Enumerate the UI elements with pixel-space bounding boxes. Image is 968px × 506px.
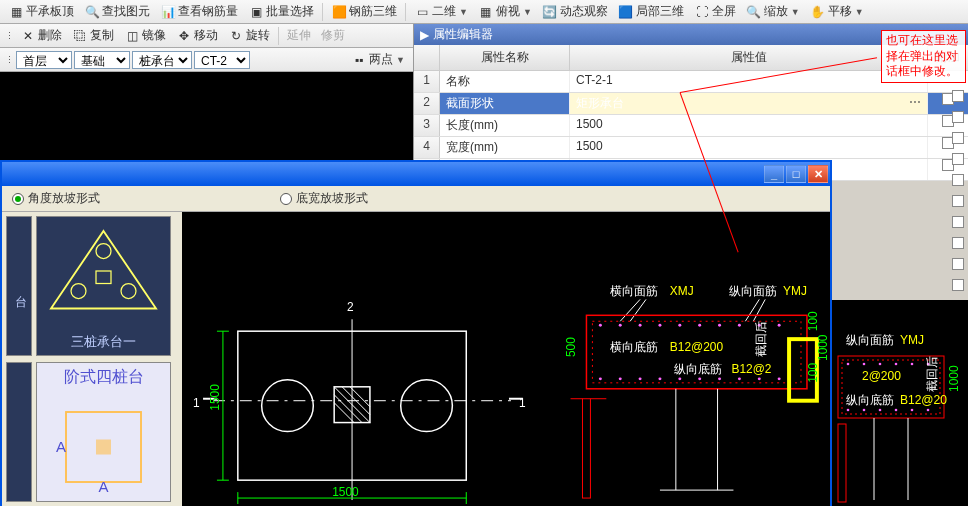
svg-rect-6 [96, 440, 111, 455]
svg-point-2 [71, 284, 86, 299]
name-select[interactable]: CT-2 [194, 51, 250, 69]
close-button[interactable]: ✕ [808, 165, 828, 183]
svg-point-83 [863, 363, 866, 366]
checkbox[interactable] [952, 216, 964, 228]
checkbox[interactable] [952, 237, 964, 249]
checkbox[interactable] [952, 174, 964, 186]
checkbox[interactable] [952, 279, 964, 291]
svg-rect-101 [838, 424, 846, 502]
checkbox[interactable] [952, 195, 964, 207]
tb-item[interactable]: 🟦局部三维 [614, 1, 688, 22]
tb-item[interactable]: ⛶全屏 [690, 1, 740, 22]
svg-rect-4 [96, 271, 111, 284]
annotation-box: 也可在这里选择在弹出的对话框中修改。 [881, 30, 966, 83]
delete-button[interactable]: ✕删除 [16, 25, 66, 46]
expand-icon[interactable]: ▶ [420, 28, 429, 42]
tb-grip: ⋮ [5, 31, 14, 41]
checkbox[interactable] [952, 132, 964, 144]
svg-point-3 [121, 284, 136, 299]
svg-point-1 [96, 244, 111, 259]
rotate-button[interactable]: ↻旋转 [224, 25, 274, 46]
tb-item[interactable]: ▦俯视▼ [474, 1, 536, 22]
orbit-icon: 🔄 [542, 4, 558, 20]
minimize-button[interactable]: _ [764, 165, 784, 183]
shape-thumbnails: 台 三桩承台一 阶式四桩台 AA 台 阶式六桩台 [2, 212, 182, 506]
radio-icon [12, 193, 24, 205]
svg-text:横向面筋: 横向面筋 [610, 284, 658, 298]
svg-point-46 [678, 324, 681, 327]
svg-point-52 [599, 377, 602, 380]
move-button[interactable]: ✥移动 [172, 25, 222, 46]
move-icon: ✥ [176, 28, 192, 44]
mirror-button[interactable]: ◫镜像 [120, 25, 170, 46]
svg-point-53 [619, 377, 622, 380]
separator [405, 3, 406, 21]
find-icon: 🔍 [84, 4, 100, 20]
svg-line-38 [745, 299, 759, 321]
rebar3d-icon: 🟧 [331, 4, 347, 20]
svg-point-42 [599, 324, 602, 327]
svg-rect-75 [582, 399, 590, 498]
svg-text:YMJ: YMJ [783, 284, 807, 298]
svg-point-57 [698, 377, 701, 380]
tb-item[interactable]: ▣批量选择 [244, 1, 318, 22]
radio-width-slope[interactable]: 底宽放坡形式 [280, 190, 368, 207]
tb-item[interactable]: 🟧钢筋三维 [327, 1, 401, 22]
board-icon: ▦ [8, 4, 24, 20]
checkbox[interactable] [952, 111, 964, 123]
svg-point-91 [895, 409, 898, 412]
section-preview: 2 1 1 1500 1500 横向面筋 [182, 212, 830, 506]
tb-item[interactable]: ▭二维▼ [410, 1, 472, 22]
thumb-step-4pile[interactable]: 阶式四桩台 AA [36, 362, 171, 502]
svg-point-85 [895, 363, 898, 366]
thumb-triangle-cap[interactable]: 三桩承台一 [36, 216, 171, 356]
tb-item[interactable]: 🔍缩放▼ [742, 1, 804, 22]
prop-row[interactable]: 4 宽度(mm) 1500 [414, 137, 968, 159]
svg-point-48 [718, 324, 721, 327]
thumb-side-label[interactable]: 台 [6, 216, 32, 356]
thumb-label: 三桩承台一 [71, 333, 136, 351]
tb-item[interactable]: ✋平移▼ [806, 1, 868, 22]
two-points-button[interactable]: ▪▪两点▼ [347, 49, 409, 70]
radio-angle-slope[interactable]: 角度放坡形式 [12, 190, 100, 207]
maximize-button[interactable]: □ [786, 165, 806, 183]
svg-point-49 [738, 324, 741, 327]
extend-button[interactable]: 延伸 [283, 25, 315, 46]
checkbox[interactable] [952, 153, 964, 165]
thumb-side[interactable] [6, 362, 32, 502]
svg-point-59 [738, 377, 741, 380]
label-2: 2 [347, 300, 354, 314]
copy-button[interactable]: ⿻复制 [68, 25, 118, 46]
svg-line-39 [753, 299, 765, 321]
svg-point-82 [847, 363, 850, 366]
svg-point-93 [927, 409, 930, 412]
trim-button[interactable]: 修剪 [317, 25, 349, 46]
svg-text:1000: 1000 [816, 334, 830, 361]
svg-text:截回后: 截回后 [925, 356, 939, 392]
delete-icon: ✕ [20, 28, 36, 44]
checkbox[interactable] [952, 90, 964, 102]
prop-row-section-shape[interactable]: 2 截面形状 矩形承台⋯ [414, 93, 968, 115]
type-select[interactable]: 桩承台 [132, 51, 192, 69]
checkbox[interactable] [952, 258, 964, 270]
svg-text:A: A [56, 438, 66, 455]
batch-icon: ▣ [248, 4, 264, 20]
top-view-icon: ▦ [478, 4, 494, 20]
zoom-icon: 🔍 [746, 4, 762, 20]
tb-item[interactable]: 📊查看钢筋量 [156, 1, 242, 22]
svg-text:1: 1 [193, 396, 200, 410]
svg-point-89 [863, 409, 866, 412]
floor-select[interactable]: 首层 [16, 51, 72, 69]
svg-point-92 [911, 409, 914, 412]
svg-text:截回后: 截回后 [754, 321, 768, 357]
svg-point-44 [639, 324, 642, 327]
svg-text:横向底筋: 横向底筋 [610, 340, 658, 354]
cad-background [0, 72, 415, 162]
tb-item[interactable]: ▦平承板顶 [4, 1, 78, 22]
tb-item[interactable]: 🔍查找图元 [80, 1, 154, 22]
2d-icon: ▭ [414, 4, 430, 20]
svg-text:纵向底筋: 纵向底筋 [846, 393, 894, 407]
tb-item[interactable]: 🔄动态观察 [538, 1, 612, 22]
svg-point-60 [758, 377, 761, 380]
cat-select[interactable]: 基础 [74, 51, 130, 69]
